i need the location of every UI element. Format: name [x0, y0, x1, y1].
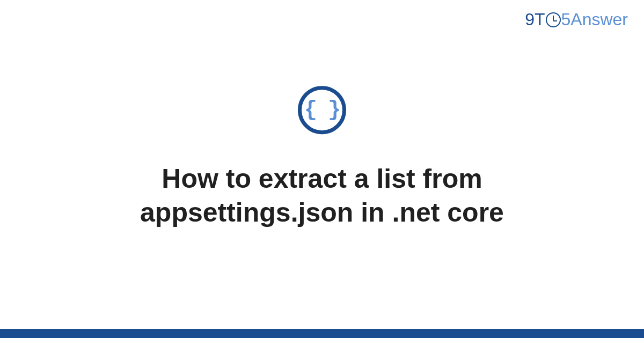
logo-text-9t: 9T: [525, 10, 545, 30]
json-braces-icon: { }: [304, 98, 340, 122]
bottom-accent-bar: [0, 329, 644, 338]
site-header: 9T 5Answer: [525, 10, 628, 30]
page-title: How to extract a list from appsettings.j…: [80, 162, 564, 229]
clock-icon: [546, 12, 561, 27]
json-icon: { }: [298, 86, 346, 134]
main-content: { } How to extract a list from appsettin…: [0, 86, 644, 229]
site-logo[interactable]: 9T 5Answer: [525, 10, 628, 30]
logo-text-5answer: 5Answer: [561, 10, 628, 30]
